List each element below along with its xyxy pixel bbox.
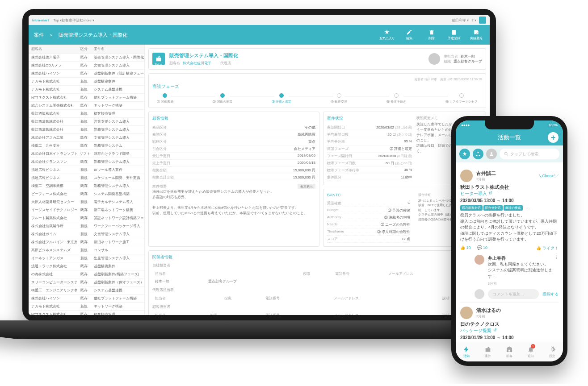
- nav-item[interactable]: more ▾: [83, 18, 94, 22]
- phase-step[interactable]: ⑤ 発注手続き: [386, 93, 406, 104]
- schedule-action[interactable]: 予定登録: [446, 29, 462, 41]
- like-button[interactable]: 👍 ライク！: [536, 245, 559, 251]
- post-button[interactable]: 投稿する: [542, 291, 559, 297]
- avatar: [460, 307, 473, 319]
- list-row[interactable]: フルート製薬株式会社既存認証ネットワーク設計構築フェーズ: [29, 214, 144, 222]
- comment-input[interactable]: コメントを追加...: [488, 289, 539, 299]
- list-row[interactable]: 株式会社フルバイン 東京支店既存新旧ネットワーク施工: [29, 238, 144, 246]
- list-row[interactable]: 株式会社ハイソン既存他社プラットフォーム構築: [29, 295, 144, 303]
- phase-step[interactable]: ① 関係未満: [157, 93, 173, 104]
- list-row[interactable]: 株式会社ハイソン既存基盤刷新案件（設計構築フェーズ）: [29, 70, 144, 78]
- list-row[interactable]: 高原ビジネスシステムズ新規コンサル: [29, 246, 144, 254]
- logo: intra-mart: [32, 18, 49, 22]
- avatar: [475, 289, 484, 299]
- nav-links: Top ▾顧客案件活動more ▾: [53, 18, 94, 23]
- col-name: 案件名: [91, 45, 144, 53]
- list-row[interactable]: 橋重工 エンジニアリング事業部既存システム基盤連携: [29, 286, 144, 295]
- report-action[interactable]: 実績登録: [468, 29, 484, 41]
- list-row[interactable]: 流通広報ビジネス新規スケジュール開発、要件定義: [29, 174, 144, 182]
- filter-user[interactable]: [486, 149, 497, 159]
- title-card: 案件名 販売管理システム導入・国際化 顧客名株式会社佐川電子 代理店: [148, 48, 486, 70]
- customer-link[interactable]: 株式会社佐川電子: [183, 61, 211, 65]
- filter-star[interactable]: [459, 149, 470, 159]
- list-row[interactable]: 株式会社アスカ工業既存文書管理システム導入: [29, 134, 144, 142]
- laptop-frame: intra-mart Top ▾顧客案件活動more ▾ 稲田和孝 ▾ ? ▾ …: [22, 9, 496, 321]
- detail-pane: 案件名 販売管理システム導入・国際化 顧客名株式会社佐川電子 代理店: [145, 45, 490, 315]
- list-row[interactable]: の為株式会社既存基盤刷新案件(構築フェーズ): [29, 270, 144, 278]
- more-icon[interactable]: …: [525, 205, 530, 211]
- help-menu[interactable]: ? ▾: [471, 18, 476, 22]
- like-count[interactable]: 👍 10: [460, 245, 471, 251]
- phase-step[interactable]: ④ 最終交渉: [331, 93, 347, 104]
- list-row[interactable]: イーネットアンガス新規生産管理システム導入: [29, 254, 144, 262]
- nav-通知[interactable]: 1通知: [520, 342, 542, 361]
- fav-action[interactable]: お気に入り: [379, 29, 395, 41]
- del-action[interactable]: 削除: [424, 29, 440, 41]
- phone-nav: 活動案件顧客1通知設定: [456, 342, 563, 361]
- add-button[interactable]: +: [548, 132, 559, 143]
- nav-設定[interactable]: 設定: [542, 342, 563, 361]
- list-row[interactable]: 株式会社ガイム新規文書管理システム導入: [29, 230, 144, 238]
- app-header: intra-mart Top ▾顧客案件活動more ▾ 稲田和孝 ▾ ? ▾: [29, 15, 490, 25]
- nav-item[interactable]: 案件: [69, 18, 76, 22]
- list-row[interactable]: ビーフォース株式会社既存システム開発基盤構築: [29, 190, 144, 198]
- phase-step[interactable]: ③ 評価と選定: [272, 93, 291, 104]
- list-row[interactable]: 藍江西葛飾株式会社新規営業支援システム導入: [29, 118, 144, 126]
- user-menu[interactable]: 稲田和孝 ▾: [452, 18, 469, 23]
- relations-card: 関係者情報 自社担当者担当者役職電話番号メールアドレス鈴木一郎重点顧客グループ代…: [148, 250, 486, 315]
- list-row[interactable]: NTTネクスト株式会社既存顧客接待管理: [29, 311, 144, 315]
- list-row[interactable]: 橋重工 九州支社既存勤務管理システム: [29, 142, 144, 150]
- opportunity-list[interactable]: 顧客名 区分 案件名 株式会社佐川電子既存販売管理システム導入・国際化株式会社O…: [29, 45, 145, 315]
- more-icon[interactable]: ⋮: [554, 255, 559, 261]
- list-row[interactable]: ナガモト株式会社新規基盤構築案件: [29, 78, 144, 86]
- nav-item[interactable]: 活動: [76, 18, 83, 22]
- list-row[interactable]: 株式会社クランスマン既存勤務管理システム導入: [29, 158, 144, 166]
- filter-org[interactable]: [473, 149, 483, 159]
- open-icon[interactable]: [488, 191, 492, 195]
- brand-icon: [479, 17, 486, 24]
- nav-item[interactable]: 顧客: [62, 18, 69, 22]
- opportunity-name: 販売管理システム導入・国際化: [169, 52, 424, 59]
- comment-count[interactable]: 💬 10: [477, 245, 488, 251]
- nav-活動[interactable]: 活動: [456, 342, 477, 361]
- expand-memo-button[interactable]: 全文表示: [298, 184, 315, 189]
- list-row[interactable]: 流通トラック株式会社既存基盤構築案件: [29, 262, 144, 270]
- activity-item[interactable]: 古井誠二3分前＼Check!／ 秋田トラスト株式会社 ヒーター導入 2020/0…: [460, 166, 559, 303]
- list-row[interactable]: 株式会社佐川電子既存販売管理システム導入・国際化: [29, 54, 144, 62]
- list-row[interactable]: 橋重工 空調事業部既存勤務管理システム導入: [29, 182, 144, 190]
- open-icon[interactable]: [493, 328, 497, 332]
- list-row[interactable]: ナガモト株式会社新規ネットワーク構築: [29, 303, 144, 311]
- phone-header: 活動一覧 +: [456, 129, 563, 145]
- nav-item[interactable]: Top ▾: [53, 18, 62, 22]
- list-row[interactable]: 株式会社ODカメラ既存文書管理システム導入: [29, 62, 144, 70]
- avatar: [460, 170, 473, 182]
- list-row[interactable]: ナガモト株式会社新規システム基盤連携: [29, 86, 144, 94]
- sub-header: 案件 ＞ 販売管理システム導入・国際化 お気に入り編集削除予定登録実績登録: [29, 25, 490, 45]
- list-row[interactable]: 総合システム開発株式会社既存ネットワーク構築: [29, 102, 144, 110]
- search-input[interactable]: タップして検索: [500, 149, 559, 159]
- phone-frame: ●●●● 100% 活動一覧 + タップして検索 古井誠二3分前＼Check!／…: [451, 116, 567, 366]
- breadcrumb: 案件 ＞ 販売管理システム導入・国際化: [34, 32, 379, 38]
- list-row[interactable]: 株式会社仙蔵製作所新規ワークフローパッケージ導入: [29, 222, 144, 230]
- filter-bar: タップして検索: [456, 145, 563, 162]
- phase-step[interactable]: ⑥ カスタマーサクセス: [445, 93, 478, 104]
- list-row[interactable]: 藍江西葛飾株式会社新規勤務管理システム導入: [29, 126, 144, 134]
- customer-info-card: 顧客情報 商品区分その他商談区分単純再購買戦略区分重点引合区分自社メディア受注予…: [148, 112, 319, 247]
- phase-step[interactable]: ② 関係の推進: [213, 93, 232, 104]
- list-row[interactable]: イージスサイドテクノロジー株式会社既存新工場ネットワーク構築: [29, 206, 144, 214]
- phase-card: 更新者 稲田和孝 更新日時 2020/03/30 11:56:28 商談フェーズ…: [148, 73, 486, 108]
- list-row[interactable]: 藍江酒販株式会社新規顧客接待管理: [29, 110, 144, 118]
- list-row[interactable]: 株式会社日本イトランソフトソフトウ既存向けクラウド開発: [29, 150, 144, 158]
- list-row[interactable]: NTTネクスト株式会社既存他社プラットフォーム構築: [29, 94, 144, 102]
- list-row[interactable]: 大原人材開発研究センター新規電子カルテシステム導入: [29, 198, 144, 206]
- list-row[interactable]: スリーコンピューターシステム会既存基盤刷新案件（保守フェーズ）: [29, 278, 144, 286]
- edit-action[interactable]: 編集: [401, 29, 417, 41]
- col-type: 区分: [77, 45, 91, 53]
- header-actions: お気に入り編集削除予定登録実績登録: [379, 29, 484, 41]
- nav-顧客[interactable]: 顧客: [499, 342, 520, 361]
- activity-feed[interactable]: 古井誠二3分前＼Check!／ 秋田トラスト株式会社 ヒーター導入 2020/0…: [456, 162, 563, 342]
- owner-avatar: [428, 53, 440, 65]
- list-row[interactable]: 流通広報ビジネス新規BIツール導入案件: [29, 166, 144, 174]
- nav-案件[interactable]: 案件: [477, 342, 499, 361]
- activity-item[interactable]: 清水はるの3分前 日のテクノクロス パッケージ提案 2020/01/29 13:…: [460, 303, 559, 342]
